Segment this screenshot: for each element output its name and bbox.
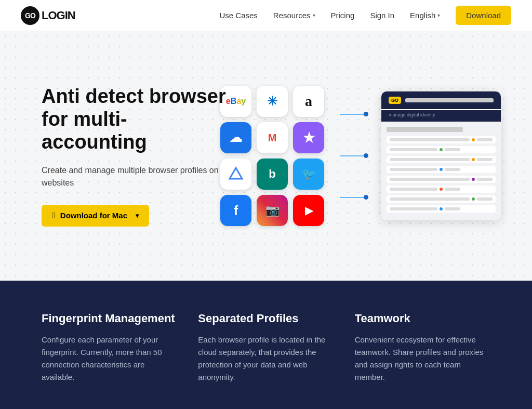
dashboard-row (387, 146, 496, 153)
app-icon-amazon: a (293, 86, 324, 117)
nav-item-language[interactable]: English ▾ (410, 11, 440, 20)
app-icon-gmail: M (257, 122, 288, 153)
hero-subtitle: Create and manage multiple browser profi… (42, 164, 229, 189)
feature-profiles-title: Separated Profiles (198, 312, 334, 325)
nav-item-resources[interactable]: Resources ▾ (273, 11, 315, 20)
nav-links: Use Cases Resources ▾ Pricing Sign In En… (219, 11, 511, 20)
dashboard-row (387, 186, 496, 193)
nav-item-use-cases[interactable]: Use Cases (219, 11, 257, 20)
feature-teamwork-desc: Convenient ecosystem for effective teamw… (355, 334, 490, 384)
connector-line-3 (340, 197, 366, 198)
nav-item-pricing[interactable]: Pricing (331, 11, 355, 20)
dashboard-row (387, 156, 496, 163)
features-section: Fingerprint Management Configure each pa… (0, 281, 532, 409)
dashboard-row (387, 136, 496, 143)
dashboard-header: GO (381, 91, 501, 109)
app-icon-instagram: 📷 (257, 195, 288, 226)
dashboard-search-bar (387, 127, 463, 132)
app-icon-youtube: ▶ (293, 195, 324, 226)
language-chevron-icon: ▾ (437, 12, 440, 18)
dashboard-row (387, 176, 496, 183)
connector-line-2 (340, 155, 366, 156)
app-icon-walmart: ✳ (257, 86, 288, 117)
nav-item-sign-in[interactable]: Sign In (370, 11, 394, 20)
feature-teamwork: Teamwork Convenient ecosystem for effect… (355, 312, 490, 384)
navbar: GO LOGIN Use Cases Resources ▾ Pricing S… (0, 0, 532, 31)
hero-title: Anti detect browser for multi-accounting (42, 85, 229, 153)
apple-icon:  (52, 211, 55, 220)
hero-content: Anti detect browser for multi-accounting… (42, 85, 229, 226)
app-icon-grid: eBay ✳ a ☁ M ★ b 🐦 f 📷 ▶ (220, 86, 324, 226)
dashboard-subtitle: manage digital identity (381, 110, 501, 122)
app-icon-star: ★ (293, 122, 324, 153)
download-mac-label: Download for Mac (60, 211, 127, 220)
hero-section: Anti detect browser for multi-accounting… (0, 31, 532, 281)
download-button[interactable]: Download (456, 6, 511, 25)
feature-teamwork-title: Teamwork (355, 312, 490, 325)
download-mac-button[interactable]:  Download for Mac ▾ (42, 205, 149, 227)
app-icon-twitter: 🐦 (293, 159, 324, 190)
feature-fingerprint-desc: Configure each parameter of your fingerp… (42, 334, 177, 384)
logo[interactable]: GO LOGIN (21, 6, 75, 25)
app-icon-bing: b (257, 159, 288, 190)
feature-fingerprint: Fingerprint Management Configure each pa… (42, 312, 177, 384)
resources-chevron-icon: ▾ (313, 12, 315, 18)
dashboard-mockup: GO manage digital identity (381, 91, 501, 220)
dashboard-logo: GO (389, 97, 401, 104)
dashboard-title-bar (405, 98, 494, 102)
connector-lines (340, 94, 366, 218)
connector-line-1 (340, 114, 366, 115)
dashboard-row (387, 195, 496, 203)
feature-profiles-desc: Each browser profile is located in the c… (198, 334, 334, 384)
feature-fingerprint-title: Fingerprint Management (42, 312, 177, 325)
dashboard-row (387, 166, 496, 173)
nav-item-download[interactable]: Download (456, 11, 511, 20)
logo-text: LOGIN (42, 9, 75, 22)
dashboard-row (387, 205, 496, 213)
dashboard-body (381, 122, 501, 220)
download-mac-chevron-icon: ▾ (136, 212, 139, 219)
logo-go-circle: GO (21, 6, 39, 25)
hero-illustration: eBay ✳ a ☁ M ★ b 🐦 f 📷 ▶ (220, 86, 501, 226)
feature-profiles: Separated Profiles Each browser profile … (198, 312, 334, 384)
svg-marker-0 (230, 168, 242, 179)
